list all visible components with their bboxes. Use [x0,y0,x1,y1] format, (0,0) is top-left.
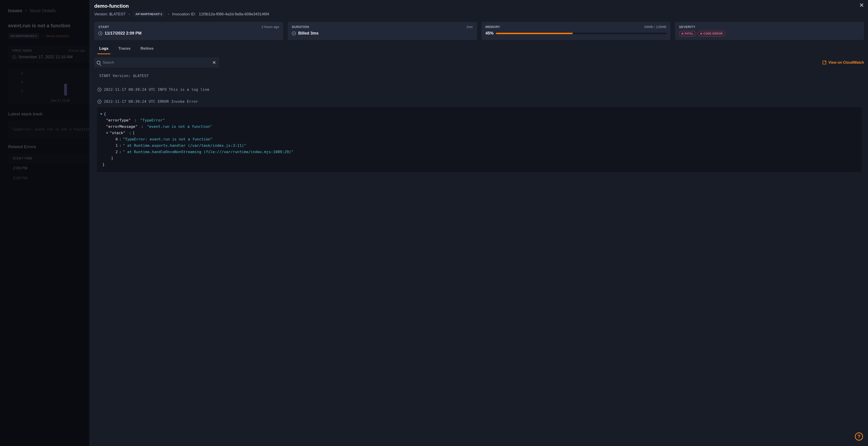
clear-search-icon[interactable]: ✕ [212,60,216,65]
clock-icon [292,31,296,35]
error-json-block: { "errorType" : "TypeError" "errorMessag… [97,107,862,172]
stat-memory: MEMORY 58MB / 128MB 45% [482,22,671,40]
tab-logs[interactable]: Logs [97,43,110,54]
stats-row: START 2 hours ago 11/17/2022 2:09 PM DUR… [94,22,864,40]
log-info-line: 2022-11-17 08:39:24 UTC INFO This is a l… [96,85,863,94]
stat-value: 11/17/2022 2:09 PM [105,31,142,36]
stat-label: SEVERITY [679,25,695,29]
version-label: Version: $LATEST [94,12,126,16]
chevron-down-icon[interactable] [100,113,102,115]
severity-pill-codeerror: CODE ERROR [698,31,725,36]
memory-meter [496,33,666,34]
log-output[interactable]: START Version: $LATEST 2022-11-17 08:39:… [94,70,864,446]
chevron-down-icon[interactable] [106,132,108,134]
invocation-id-label: Invocation ID: [172,12,196,16]
memory-meter-fill [496,33,572,34]
clock-icon [97,88,101,92]
stat-right: 2ms [467,25,473,29]
view-cloudwatch-link[interactable]: View on CloudWatch [823,61,864,65]
severity-pill-fatal: FATAL [679,31,696,36]
log-toolbar: ✕ View on CloudWatch [94,58,864,67]
panel-title: demo-function [94,3,864,9]
stat-label: DURATION [292,25,309,29]
panel-meta: Version: $LATEST • AP-NORTHEAST-1 • Invo… [94,11,864,17]
stat-value: Billed 3ms [298,31,318,36]
help-fab[interactable]: ? [855,433,863,441]
modal-scrim[interactable] [0,0,89,446]
tab-retires[interactable]: Retires [139,43,156,54]
dot-separator: • [129,12,130,16]
cloudwatch-label: View on CloudWatch [829,61,864,65]
stat-start: START 2 hours ago 11/17/2022 2:09 PM [94,22,283,40]
invocation-panel: ✕ demo-function Version: $LATEST • AP-NO… [89,0,868,446]
clock-icon [97,100,101,104]
stat-severity: SEVERITY FATAL CODE ERROR [675,22,864,40]
dot-separator: • [168,12,169,16]
search-box[interactable]: ✕ [94,58,219,67]
search-input[interactable] [101,61,212,65]
external-link-icon [823,61,826,64]
panel-tabs: Logs Traces Retires [94,41,864,54]
stat-label: MEMORY [486,25,500,29]
tab-traces[interactable]: Traces [117,43,132,54]
search-icon [97,61,100,64]
stat-right: 2 hours ago [261,25,279,29]
close-icon[interactable]: ✕ [859,2,865,8]
invocation-id: 11f3b12a-f086-4a2d-9a9a-609e343146f4 [199,12,269,16]
stat-duration: DURATION 2ms Billed 3ms [288,22,477,40]
issue-details-pane: Issues › Issue Details event.run is not … [0,0,89,446]
stat-right: 58MB / 128MB [644,25,666,29]
stat-label: START [98,25,109,29]
memory-percent: 45% [486,31,494,36]
region-badge: AP-NORTHEAST-1 [133,11,164,17]
clock-icon [98,31,102,35]
log-error-line: 2022-11-17 08:39:24 UTC ERROR Invoke Err… [96,97,863,106]
log-start-line: START Version: $LATEST [96,71,863,80]
